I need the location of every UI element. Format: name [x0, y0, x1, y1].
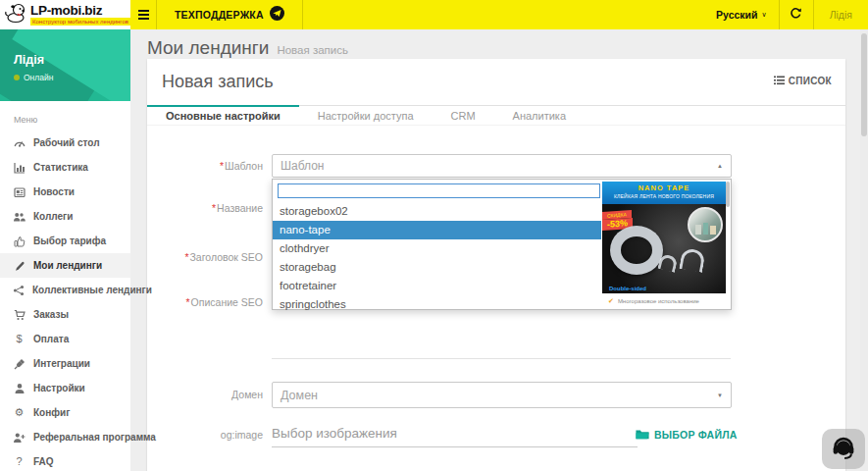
seo-description-underline [272, 358, 731, 359]
landing-form: *Шаблон *Название *Заголовок SEO *Описан… [147, 126, 845, 471]
user-plus-icon [13, 432, 26, 444]
dashboard-icon [13, 137, 26, 149]
preview-feature: Многоразовое использование [618, 298, 699, 304]
domain-select[interactable]: Домен ▼ [272, 382, 732, 408]
thumb-up-icon [13, 236, 26, 247]
dropdown-option[interactable]: footretainer [273, 277, 601, 295]
og-image-input[interactable] [272, 420, 638, 447]
content-card: Новая запись СПИСОК Основные настройки Н… [147, 59, 845, 471]
user-icon [13, 383, 26, 394]
domain-label: Домен [147, 389, 263, 400]
sidebar-profile: Лідія Онлайн [0, 29, 130, 101]
template-label: *Шаблон [147, 160, 263, 172]
dropdown-option[interactable]: storagebag [273, 258, 601, 277]
dropdown-option[interactable]: storagebox02 [273, 202, 601, 221]
dog-logo-icon [4, 2, 27, 27]
sidebar-item-my-landings[interactable]: Мои лендинги [0, 253, 130, 278]
page-subtitle: Новая запись [277, 44, 348, 56]
chevron-down-icon: ∨ [762, 11, 767, 19]
logo-subtitle: Конструктор мобильных лендингов [30, 18, 130, 26]
share-icon [13, 285, 25, 296]
profile-name: Лідія [14, 53, 130, 67]
sidebar-item-statistics[interactable]: Статистика [0, 155, 130, 180]
caret-up-icon: ▲ [717, 163, 723, 169]
plug-icon [13, 358, 26, 370]
preview-inset-photo [688, 207, 723, 242]
page-scrollbar-thumb[interactable] [861, 33, 867, 136]
sidebar-item-settings[interactable]: Настройки [0, 376, 130, 400]
preview-title: NANO TAPE [602, 183, 726, 192]
main-content: Мои лендинги Новая запись Новая запись С… [130, 29, 868, 471]
sidebar: Лідія Онлайн Меню Рабочий стол Статистик… [0, 29, 130, 471]
caret-down-icon: ▼ [717, 392, 723, 398]
page-scrollbar[interactable] [860, 29, 868, 471]
template-search-input[interactable] [278, 183, 600, 198]
support-label: ТЕХПОДДЕРЖКА [175, 9, 264, 21]
tab-main-settings[interactable]: Основные настройки [147, 105, 299, 125]
sidebar-item-orders[interactable]: Заказы [0, 302, 130, 327]
topbar: LP-mobi.biz Конструктор мобильных лендин… [0, 0, 868, 29]
tape-roll-graphic [610, 226, 663, 275]
topbar-username[interactable]: Лідія [814, 9, 868, 21]
dropdown-option[interactable]: springclothes [273, 295, 601, 314]
tab-bar: Основные настройки Настройки доступа CRM… [147, 105, 845, 126]
check-icon: ✔ [608, 297, 614, 305]
support-chat-widget[interactable] [822, 429, 865, 469]
tape-strip-graphic [679, 247, 705, 273]
sidebar-item-colleagues[interactable]: Коллеги [0, 204, 130, 229]
gear-icon: ⚙ [13, 407, 26, 418]
headset-icon [830, 434, 857, 464]
template-preview: NANO TAPE КЛЕЙКАЯ ЛЕНТА НОВОГО ПОКОЛЕНИЯ… [602, 182, 726, 309]
sidebar-item-payment[interactable]: $ Оплата [0, 327, 130, 351]
template-options-list: storagebox02 nano-tape clothdryer storag… [273, 202, 601, 314]
language-label: Русский [716, 9, 757, 21]
news-icon [13, 186, 26, 198]
list-icon [774, 72, 785, 89]
menu-section-label: Меню [0, 101, 130, 131]
card-title: Новая запись [162, 72, 274, 92]
telegram-icon [270, 6, 284, 25]
preview-photo: СКИДКА -53% Double-sided [602, 204, 726, 293]
folder-icon [636, 426, 649, 444]
refresh-button[interactable] [780, 0, 813, 29]
sidebar-item-tariff[interactable]: Выбор тарифа [0, 229, 130, 253]
sidebar-item-collective-landings[interactable]: Коллективные лендинги [0, 278, 130, 302]
sidebar-item-config[interactable]: ⚙ Конфиг [0, 400, 130, 425]
breadcrumb: Мои лендинги Новая запись [130, 29, 868, 59]
preview-subtitle: КЛЕЙКАЯ ЛЕНТА НОВОГО ПОКОЛЕНИЯ [602, 193, 726, 199]
stats-icon [13, 162, 26, 174]
cart-icon [13, 309, 26, 321]
online-status-label: Онлайн [24, 73, 53, 82]
seo-description-label: *Описание SEO [147, 296, 263, 308]
logo[interactable]: LP-mobi.biz Конструктор мобильных лендин… [0, 0, 130, 29]
people-icon [13, 211, 26, 223]
sidebar-item-faq[interactable]: ? FAQ [0, 449, 130, 471]
og-image-label: og:image [147, 429, 263, 441]
dropdown-scrollbar[interactable] [726, 182, 730, 207]
tab-analytics[interactable]: Аналитика [494, 105, 585, 125]
dropdown-option[interactable]: clothdryer [273, 239, 601, 258]
support-button[interactable]: ТЕХПОДДЕРЖКА [157, 0, 302, 29]
dollar-icon: $ [13, 334, 26, 344]
list-button[interactable]: СПИСОК [774, 72, 832, 89]
logo-title: LP-mobi.biz [30, 4, 130, 18]
pencil-icon [13, 260, 26, 272]
preview-caption: Double-sided [609, 286, 646, 291]
file-select-button[interactable]: ВЫБОР ФАЙЛА [636, 426, 737, 444]
template-select[interactable]: Шаблон ▲ [272, 154, 732, 178]
sidebar-item-referral[interactable]: Реферальная программа [0, 425, 130, 449]
dropdown-option-highlighted[interactable]: nano-tape [273, 221, 601, 239]
seo-title-label: *Заголовок SEO [147, 251, 263, 263]
tab-access-settings[interactable]: Настройки доступа [299, 105, 433, 125]
sidebar-item-dashboard[interactable]: Рабочий стол [0, 131, 130, 155]
template-dropdown-panel: storagebox02 nano-tape clothdryer storag… [272, 179, 732, 310]
sidebar-item-integrations[interactable]: Интеграции [0, 351, 130, 376]
sidebar-item-news[interactable]: Новости [0, 180, 130, 204]
tab-crm[interactable]: CRM [433, 105, 494, 125]
page-title: Мои лендинги [147, 37, 269, 59]
language-selector[interactable]: Русский ∨ [704, 9, 779, 21]
sidebar-toggle-button[interactable] [130, 0, 156, 29]
refresh-icon [790, 6, 802, 24]
question-icon: ? [13, 456, 26, 467]
name-label: *Название [147, 202, 263, 214]
